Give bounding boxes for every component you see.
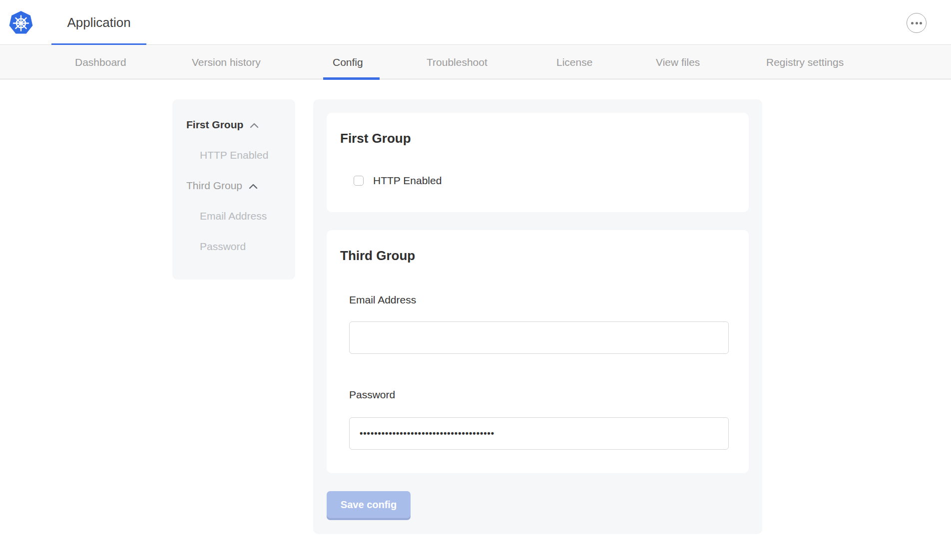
http-enabled-checkbox[interactable]	[354, 176, 364, 186]
tab-view-files[interactable]: View files	[656, 45, 700, 79]
tab-registry-settings[interactable]: Registry settings	[766, 45, 844, 79]
sidebar-item-http-enabled[interactable]: HTTP Enabled	[186, 149, 295, 161]
tab-application[interactable]: Application	[51, 0, 146, 45]
sidebar-group-third-group[interactable]: Third Group	[186, 179, 295, 192]
chevron-up-icon	[250, 123, 259, 128]
tab-version-history[interactable]: Version history	[192, 45, 261, 79]
http-enabled-label[interactable]: HTTP Enabled	[373, 174, 442, 187]
config-sidebar: First Group HTTP Enabled Third Group Ema…	[172, 99, 295, 280]
config-group-card-third: Third Group Email Address Password	[327, 230, 749, 473]
tab-troubleshoot[interactable]: Troubleshoot	[427, 45, 487, 79]
kubernetes-logo-icon	[8, 10, 33, 36]
overflow-menu-button[interactable]	[907, 13, 927, 33]
email-address-label: Email Address	[349, 293, 735, 306]
chevron-up-icon	[249, 184, 258, 189]
email-address-input[interactable]	[349, 321, 729, 354]
save-config-button[interactable]: Save config	[327, 491, 411, 518]
group-title: First Group	[340, 132, 735, 145]
tab-application-label: Application	[67, 15, 130, 30]
tab-dashboard[interactable]: Dashboard	[75, 45, 126, 79]
app-header: Application	[0, 0, 951, 45]
tab-license[interactable]: License	[556, 45, 592, 79]
ellipsis-icon	[911, 22, 914, 24]
sidebar-item-email-address[interactable]: Email Address	[186, 210, 295, 222]
sidebar-group-first-group[interactable]: First Group	[186, 118, 295, 131]
group-title: Third Group	[340, 249, 735, 262]
config-tab-underline	[323, 77, 380, 80]
secondary-nav: Dashboard Version history Config Trouble…	[0, 45, 951, 79]
config-group-card-first: First Group HTTP Enabled	[327, 113, 749, 212]
sidebar-item-password[interactable]: Password	[186, 240, 295, 253]
password-input[interactable]	[349, 417, 729, 450]
http-enabled-field: HTTP Enabled	[354, 174, 735, 187]
config-content-panel: First Group HTTP Enabled Third Group Ema…	[313, 99, 762, 534]
password-label: Password	[349, 388, 735, 401]
tab-config[interactable]: Config	[333, 45, 363, 79]
